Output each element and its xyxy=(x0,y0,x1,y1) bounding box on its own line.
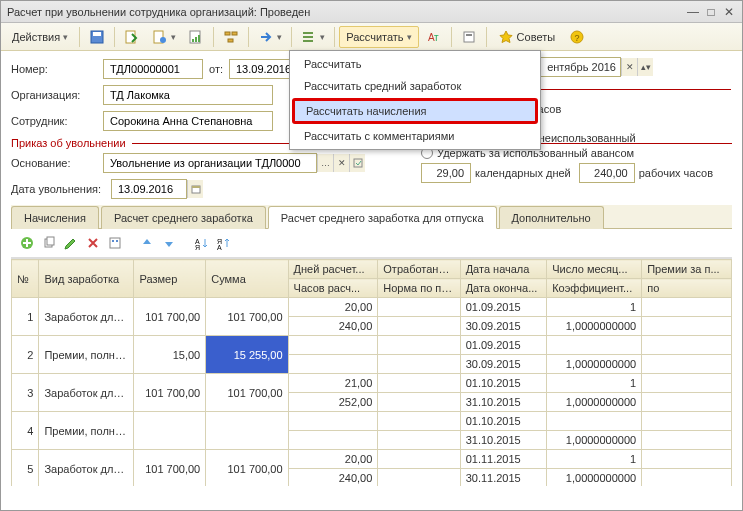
calendar-button[interactable] xyxy=(187,180,203,198)
col-vid[interactable]: Вид заработка xyxy=(39,260,134,298)
col-otrab[interactable]: Отработано ... xyxy=(378,260,460,279)
delete-row-button[interactable] xyxy=(83,233,103,253)
close-button[interactable]: ✕ xyxy=(722,5,736,19)
tab-accruals[interactable]: Начисления xyxy=(11,206,99,229)
tab-avg-vacation[interactable]: Расчет среднего заработка для отпуска xyxy=(268,206,497,229)
col-mes[interactable]: Число месяц... xyxy=(547,260,642,279)
number-label: Номер: xyxy=(11,63,103,75)
save-icon-button[interactable] xyxy=(84,26,110,48)
col-razmer[interactable]: Размер xyxy=(134,260,206,298)
emp-field[interactable] xyxy=(103,111,273,131)
report-icon-button[interactable] xyxy=(183,26,209,48)
col-n[interactable]: № xyxy=(12,260,39,298)
go-icon-button[interactable]: ▾ xyxy=(253,26,287,48)
col-summa[interactable]: Сумма xyxy=(206,260,288,298)
svg-rect-1 xyxy=(93,32,101,36)
separator xyxy=(451,27,452,47)
calculate-button[interactable]: Рассчитать ▾ xyxy=(339,26,418,48)
col-po[interactable]: по xyxy=(642,279,732,298)
tabs: Начисления Расчет среднего заработка Рас… xyxy=(11,205,732,229)
table-row[interactable]: 2Премии, полностью ...15,0015 255,0001.0… xyxy=(12,336,732,355)
hours2-value[interactable]: 240,00 xyxy=(579,163,635,183)
calculate-dropdown: Рассчитать Рассчитать средний заработок … xyxy=(289,50,541,150)
osn-clear-button[interactable]: ✕ xyxy=(333,154,349,172)
svg-rect-23 xyxy=(192,186,200,188)
svg-rect-10 xyxy=(232,32,237,35)
month-clear-button[interactable]: ✕ xyxy=(621,58,637,76)
list-icon-button[interactable]: ▾ xyxy=(296,26,330,48)
settings-button[interactable] xyxy=(105,233,125,253)
svg-rect-21 xyxy=(354,159,362,167)
separator xyxy=(486,27,487,47)
table-row[interactable]: 5Заработок для расчета ...101 700,00101 … xyxy=(12,450,732,469)
separator xyxy=(114,27,115,47)
svg-rect-6 xyxy=(192,39,194,42)
svg-rect-7 xyxy=(195,37,197,42)
month-spinner[interactable]: ▴▾ xyxy=(637,58,653,76)
actions-button[interactable]: Действия ▾ xyxy=(5,26,75,48)
col-chasov[interactable]: Часов расч... xyxy=(288,279,378,298)
svg-rect-12 xyxy=(303,32,313,34)
osn-open-button[interactable] xyxy=(349,154,365,172)
tab-avg-earnings[interactable]: Расчет среднего заработка xyxy=(101,206,266,229)
col-dney[interactable]: Дней расчет... xyxy=(288,260,378,279)
svg-rect-8 xyxy=(198,35,200,42)
col-norma[interactable]: Норма по пя... xyxy=(378,279,460,298)
move-up-button[interactable] xyxy=(137,233,157,253)
month-field-text: ентябрь 2016 xyxy=(547,61,616,73)
dropdown-calc-accruals-highlight: Рассчитать начисления xyxy=(292,98,538,124)
edit-row-button[interactable] xyxy=(61,233,81,253)
osn-ellipsis-button[interactable]: … xyxy=(317,154,333,172)
format-icon-button[interactable]: Ат xyxy=(421,26,447,48)
separator xyxy=(334,27,335,47)
data-grid[interactable]: № Вид заработка Размер Сумма Дней расчет… xyxy=(11,258,732,486)
calculate-label: Рассчитать xyxy=(346,31,403,43)
svg-rect-27 xyxy=(110,238,120,248)
col-dokon[interactable]: Дата оконча... xyxy=(460,279,547,298)
help-icon-button[interactable]: ? xyxy=(564,26,590,48)
minimize-button[interactable]: — xyxy=(686,5,700,19)
ot-label: от: xyxy=(209,63,223,75)
structure-icon-button[interactable] xyxy=(218,26,244,48)
col-dnach[interactable]: Дата начала xyxy=(460,260,547,279)
table-row[interactable]: 4Премии, полностью ...01.10.2015 xyxy=(12,412,732,431)
table-row[interactable]: 1Заработок для расчета ...101 700,00101 … xyxy=(12,298,732,317)
dropdown-calc-accruals[interactable]: Рассчитать начисления xyxy=(290,98,540,124)
days-value[interactable]: 29,00 xyxy=(421,163,471,183)
actions-label: Действия xyxy=(12,31,60,43)
col-koef[interactable]: Коэффициент... xyxy=(547,279,642,298)
number-field[interactable] xyxy=(103,59,203,79)
tips-button[interactable]: Советы xyxy=(491,26,562,48)
osn-field[interactable] xyxy=(103,153,317,173)
sort-asc-button[interactable]: АЯ xyxy=(191,233,211,253)
separator xyxy=(291,27,292,47)
sort-desc-button[interactable]: ЯА xyxy=(213,233,233,253)
post-icon-button[interactable] xyxy=(119,26,145,48)
svg-rect-18 xyxy=(466,34,472,36)
svg-rect-13 xyxy=(303,36,313,38)
copy-row-button[interactable] xyxy=(39,233,59,253)
emp-label: Сотрудник: xyxy=(11,115,103,127)
osn-label: Основание: xyxy=(11,157,103,169)
svg-rect-28 xyxy=(112,240,114,242)
dismiss-date-label: Дата увольнения: xyxy=(11,183,111,195)
move-down-button[interactable] xyxy=(159,233,179,253)
dropdown-calc[interactable]: Рассчитать xyxy=(290,53,540,75)
repost-icon-button[interactable]: ▾ xyxy=(147,26,181,48)
svg-text:?: ? xyxy=(575,33,580,43)
svg-rect-11 xyxy=(228,39,233,42)
print-icon-button[interactable] xyxy=(456,26,482,48)
add-row-button[interactable] xyxy=(17,233,37,253)
main-toolbar: Действия ▾ ▾ ▾ ▾ Рассчитать ▾ Ат Советы … xyxy=(1,23,742,51)
dropdown-calc-comments[interactable]: Рассчитать с комментариями xyxy=(290,125,540,147)
dropdown-calc-avg[interactable]: Рассчитать средний заработок xyxy=(290,75,540,97)
svg-rect-9 xyxy=(225,32,230,35)
col-prem[interactable]: Премии за п... xyxy=(642,260,732,279)
tab-additional[interactable]: Дополнительно xyxy=(499,206,604,229)
table-row[interactable]: 3Заработок для расчета ...101 700,00101 … xyxy=(12,374,732,393)
dismiss-date-field[interactable] xyxy=(111,179,187,199)
restore-button[interactable]: □ xyxy=(704,5,718,19)
chevron-down-icon: ▾ xyxy=(171,32,176,42)
svg-text:А: А xyxy=(217,244,222,250)
org-field[interactable] xyxy=(103,85,273,105)
